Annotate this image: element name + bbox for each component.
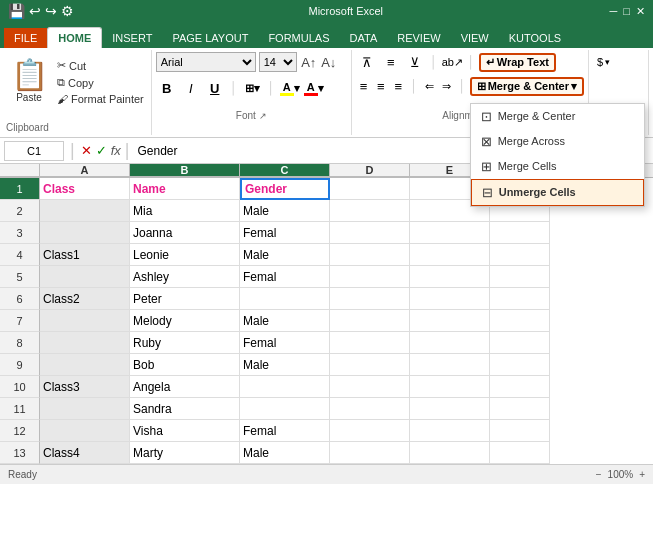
cell-C6[interactable] <box>240 288 330 310</box>
row-header-9[interactable]: 9 <box>0 354 40 376</box>
font-size-select[interactable]: 81012141618 <box>259 52 297 72</box>
cell-D7[interactable] <box>330 310 410 332</box>
cell-E9[interactable] <box>410 354 490 376</box>
cell-E4[interactable] <box>410 244 490 266</box>
cancel-formula-icon[interactable]: ✕ <box>81 143 92 158</box>
cell-F11[interactable] <box>490 398 550 420</box>
cell-E7[interactable] <box>410 310 490 332</box>
cut-button[interactable]: ✂ Cut <box>54 58 147 73</box>
cell-E5[interactable] <box>410 266 490 288</box>
col-header-D[interactable]: D <box>330 164 410 177</box>
align-left-button[interactable]: ≡ <box>356 76 371 96</box>
cell-F3[interactable] <box>490 222 550 244</box>
cell-A6[interactable]: Class2 <box>40 288 130 310</box>
cell-C7[interactable]: Male <box>240 310 330 332</box>
tab-data[interactable]: DATA <box>340 28 388 48</box>
cell-D1[interactable] <box>330 178 410 200</box>
customize-icon[interactable]: ⚙ <box>61 3 74 19</box>
copy-button[interactable]: ⧉ Copy <box>54 75 147 90</box>
tab-kutools[interactable]: KUTOOLS <box>499 28 571 48</box>
cell-D13[interactable] <box>330 442 410 464</box>
cell-F7[interactable] <box>490 310 550 332</box>
row-header-4[interactable]: 4 <box>0 244 40 266</box>
cell-C5[interactable]: Femal <box>240 266 330 288</box>
cell-E10[interactable] <box>410 376 490 398</box>
cell-B8[interactable]: Ruby <box>130 332 240 354</box>
cell-A10[interactable]: Class3 <box>40 376 130 398</box>
cell-F9[interactable] <box>490 354 550 376</box>
tab-view[interactable]: VIEW <box>451 28 499 48</box>
cell-C9[interactable]: Male <box>240 354 330 376</box>
cell-B5[interactable]: Ashley <box>130 266 240 288</box>
row-header-12[interactable]: 12 <box>0 420 40 442</box>
tab-page-layout[interactable]: PAGE LAYOUT <box>162 28 258 48</box>
cell-C12[interactable]: Femal <box>240 420 330 442</box>
merge-cells-option[interactable]: ⊞ Merge Cells <box>471 154 644 179</box>
cell-E3[interactable] <box>410 222 490 244</box>
bold-button[interactable]: B <box>156 77 178 99</box>
cell-C10[interactable] <box>240 376 330 398</box>
cell-reference-box[interactable]: C1 <box>4 141 64 161</box>
paste-button[interactable]: 📋 Paste <box>8 52 50 110</box>
row-header-1[interactable]: 1 <box>0 178 40 200</box>
cell-D11[interactable] <box>330 398 410 420</box>
cell-C1[interactable]: Gender <box>240 178 330 200</box>
cell-D9[interactable] <box>330 354 410 376</box>
cell-B4[interactable]: Leonie <box>130 244 240 266</box>
cell-F12[interactable] <box>490 420 550 442</box>
cell-A11[interactable] <box>40 398 130 420</box>
cell-D4[interactable] <box>330 244 410 266</box>
cell-E11[interactable] <box>410 398 490 420</box>
col-header-B[interactable]: C <box>240 164 330 177</box>
font-name-select[interactable]: Arial Calibri Times New Roman <box>156 52 256 72</box>
wrap-text-button[interactable]: ↵ Wrap Text <box>479 53 556 72</box>
save-icon[interactable]: 💾 <box>8 3 25 19</box>
row-header-3[interactable]: 3 <box>0 222 40 244</box>
increase-indent-button[interactable]: ⇒ <box>439 76 454 96</box>
cell-B9[interactable]: Bob <box>130 354 240 376</box>
cell-C13[interactable]: Male <box>240 442 330 464</box>
cell-F13[interactable] <box>490 442 550 464</box>
merge-across-option[interactable]: ⊠ Merge Across <box>471 129 644 154</box>
format-painter-button[interactable]: 🖌 Format Painter <box>54 92 147 106</box>
zoom-in-button[interactable]: + <box>639 469 645 480</box>
col-header-C[interactable]: B <box>130 164 240 177</box>
text-angle-button[interactable]: ab↗ <box>441 52 463 72</box>
cell-A9[interactable] <box>40 354 130 376</box>
unmerge-cells-option[interactable]: ⊟ Unmerge Cells <box>471 179 644 206</box>
cell-F6[interactable] <box>490 288 550 310</box>
cell-B3[interactable]: Joanna <box>130 222 240 244</box>
row-header-8[interactable]: 8 <box>0 332 40 354</box>
align-top-button[interactable]: ⊼ <box>356 52 378 72</box>
italic-button[interactable]: I <box>180 77 202 99</box>
row-header-2[interactable]: 2 <box>0 200 40 222</box>
cell-D2[interactable] <box>330 200 410 222</box>
redo-icon[interactable]: ↪ <box>45 3 57 19</box>
cell-D5[interactable] <box>330 266 410 288</box>
align-middle-button[interactable]: ≡ <box>380 52 402 72</box>
cell-B12[interactable]: Visha <box>130 420 240 442</box>
cell-A5[interactable] <box>40 266 130 288</box>
cell-E12[interactable] <box>410 420 490 442</box>
tab-home[interactable]: HOME <box>47 27 102 48</box>
cell-B10[interactable]: Angela <box>130 376 240 398</box>
cell-B6[interactable]: Peter <box>130 288 240 310</box>
cell-D8[interactable] <box>330 332 410 354</box>
undo-icon[interactable]: ↩ <box>29 3 41 19</box>
align-center-button[interactable]: ≡ <box>373 76 388 96</box>
cell-D12[interactable] <box>330 420 410 442</box>
cell-E13[interactable] <box>410 442 490 464</box>
merge-center-dropdown[interactable]: ⊞ Merge & Center ▾ ⊡ Merge & Center ⊠ Me… <box>470 77 584 96</box>
row-header-13[interactable]: 13 <box>0 442 40 464</box>
row-header-5[interactable]: 5 <box>0 266 40 288</box>
cell-A4[interactable]: Class1 <box>40 244 130 266</box>
insert-function-icon[interactable]: fx <box>111 143 121 158</box>
row-header-7[interactable]: 7 <box>0 310 40 332</box>
confirm-formula-icon[interactable]: ✓ <box>96 143 107 158</box>
increase-font-size-button[interactable]: A↑ <box>300 53 318 71</box>
underline-button[interactable]: U <box>204 77 226 99</box>
cell-C8[interactable]: Femal <box>240 332 330 354</box>
cell-A3[interactable] <box>40 222 130 244</box>
align-right-button[interactable]: ≡ <box>391 76 406 96</box>
cell-B11[interactable]: Sandra <box>130 398 240 420</box>
